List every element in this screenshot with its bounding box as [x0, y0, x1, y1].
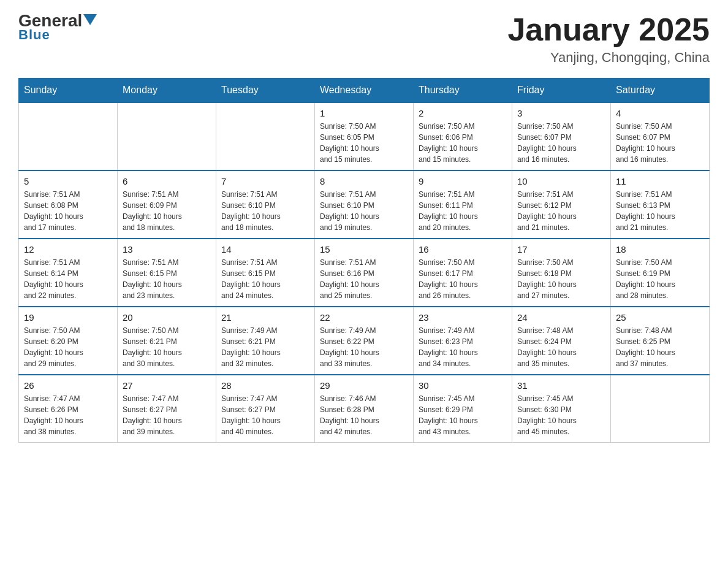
week-row-5: 26Sunrise: 7:47 AMSunset: 6:26 PMDayligh…: [19, 375, 710, 443]
calendar-body: 1Sunrise: 7:50 AMSunset: 6:05 PMDaylight…: [19, 102, 710, 443]
day-info: Sunrise: 7:51 AMSunset: 6:16 PMDaylight:…: [320, 257, 408, 301]
col-monday: Monday: [118, 79, 216, 103]
day-cell: 28Sunrise: 7:47 AMSunset: 6:27 PMDayligh…: [216, 375, 315, 443]
day-cell: 18Sunrise: 7:50 AMSunset: 6:19 PMDayligh…: [611, 239, 710, 307]
day-info: Sunrise: 7:51 AMSunset: 6:15 PMDaylight:…: [221, 257, 309, 301]
day-info: Sunrise: 7:51 AMSunset: 6:08 PMDaylight:…: [24, 189, 112, 233]
day-info: Sunrise: 7:47 AMSunset: 6:27 PMDaylight:…: [221, 393, 309, 437]
day-number: 14: [221, 244, 309, 255]
day-info: Sunrise: 7:50 AMSunset: 6:05 PMDaylight:…: [320, 121, 408, 165]
day-cell: 10Sunrise: 7:51 AMSunset: 6:12 PMDayligh…: [512, 170, 611, 239]
svg-marker-0: [83, 14, 97, 25]
day-number: 27: [123, 380, 211, 391]
calendar-header: Sunday Monday Tuesday Wednesday Thursday…: [19, 79, 710, 103]
day-cell: 14Sunrise: 7:51 AMSunset: 6:15 PMDayligh…: [216, 239, 315, 307]
day-cell: 22Sunrise: 7:49 AMSunset: 6:22 PMDayligh…: [315, 307, 414, 375]
day-number: 15: [320, 244, 408, 255]
day-info: Sunrise: 7:50 AMSunset: 6:06 PMDaylight:…: [419, 121, 507, 165]
day-info: Sunrise: 7:50 AMSunset: 6:19 PMDaylight:…: [616, 257, 704, 301]
day-number: 5: [24, 176, 112, 186]
day-cell: 15Sunrise: 7:51 AMSunset: 6:16 PMDayligh…: [315, 239, 414, 307]
day-number: 24: [517, 312, 605, 323]
title-block: January 2025 Yanjing, Chongqing, China: [507, 12, 710, 66]
day-cell: 27Sunrise: 7:47 AMSunset: 6:27 PMDayligh…: [118, 375, 216, 443]
day-cell: 19Sunrise: 7:50 AMSunset: 6:20 PMDayligh…: [19, 307, 118, 375]
day-info: Sunrise: 7:51 AMSunset: 6:13 PMDaylight:…: [616, 189, 704, 233]
col-sunday: Sunday: [19, 79, 118, 103]
day-cell: 25Sunrise: 7:48 AMSunset: 6:25 PMDayligh…: [611, 307, 710, 375]
day-number: 29: [320, 380, 408, 391]
day-info: Sunrise: 7:46 AMSunset: 6:28 PMDaylight:…: [320, 393, 408, 437]
day-cell: 21Sunrise: 7:49 AMSunset: 6:21 PMDayligh…: [216, 307, 315, 375]
day-number: 16: [419, 244, 507, 255]
col-tuesday: Tuesday: [216, 79, 315, 103]
day-cell: 1Sunrise: 7:50 AMSunset: 6:05 PMDaylight…: [315, 102, 414, 170]
day-info: Sunrise: 7:47 AMSunset: 6:26 PMDaylight:…: [24, 393, 112, 437]
day-info: Sunrise: 7:45 AMSunset: 6:30 PMDaylight:…: [517, 393, 605, 437]
day-info: Sunrise: 7:50 AMSunset: 6:17 PMDaylight:…: [419, 257, 507, 301]
day-info: Sunrise: 7:50 AMSunset: 6:18 PMDaylight:…: [517, 257, 605, 301]
day-cell: 4Sunrise: 7:50 AMSunset: 6:07 PMDaylight…: [611, 102, 710, 170]
day-number: 26: [24, 380, 112, 391]
day-info: Sunrise: 7:51 AMSunset: 6:12 PMDaylight:…: [517, 189, 605, 233]
day-number: 31: [517, 380, 605, 391]
day-number: 30: [419, 380, 507, 391]
col-wednesday: Wednesday: [315, 79, 414, 103]
day-number: 6: [123, 176, 211, 186]
day-cell: 26Sunrise: 7:47 AMSunset: 6:26 PMDayligh…: [19, 375, 118, 443]
day-cell: 24Sunrise: 7:48 AMSunset: 6:24 PMDayligh…: [512, 307, 611, 375]
logo: General Blue: [18, 12, 97, 43]
day-number: 2: [419, 108, 507, 118]
calendar-subtitle: Yanjing, Chongqing, China: [507, 50, 710, 66]
day-info: Sunrise: 7:51 AMSunset: 6:10 PMDaylight:…: [221, 189, 309, 233]
day-cell: 13Sunrise: 7:51 AMSunset: 6:15 PMDayligh…: [118, 239, 216, 307]
day-number: 1: [320, 108, 408, 118]
calendar-table: Sunday Monday Tuesday Wednesday Thursday…: [18, 78, 710, 443]
day-cell: [611, 375, 710, 443]
day-cell: 8Sunrise: 7:51 AMSunset: 6:10 PMDaylight…: [315, 170, 414, 239]
day-info: Sunrise: 7:50 AMSunset: 6:20 PMDaylight:…: [24, 325, 112, 369]
day-cell: 23Sunrise: 7:49 AMSunset: 6:23 PMDayligh…: [414, 307, 512, 375]
col-saturday: Saturday: [611, 79, 710, 103]
page-header: General Blue January 2025 Yanjing, Chong…: [18, 12, 710, 66]
week-row-4: 19Sunrise: 7:50 AMSunset: 6:20 PMDayligh…: [19, 307, 710, 375]
day-cell: 31Sunrise: 7:45 AMSunset: 6:30 PMDayligh…: [512, 375, 611, 443]
day-cell: 30Sunrise: 7:45 AMSunset: 6:29 PMDayligh…: [414, 375, 512, 443]
day-number: 10: [517, 176, 605, 186]
col-friday: Friday: [512, 79, 611, 103]
calendar-title: January 2025: [507, 12, 710, 47]
day-cell: 17Sunrise: 7:50 AMSunset: 6:18 PMDayligh…: [512, 239, 611, 307]
day-number: 7: [221, 176, 309, 186]
day-number: 25: [616, 312, 704, 323]
day-number: 8: [320, 176, 408, 186]
day-info: Sunrise: 7:48 AMSunset: 6:24 PMDaylight:…: [517, 325, 605, 369]
week-row-1: 1Sunrise: 7:50 AMSunset: 6:05 PMDaylight…: [19, 102, 710, 170]
logo-blue: Blue: [18, 27, 50, 43]
logo-triangle-icon: [83, 14, 97, 25]
day-cell: 20Sunrise: 7:50 AMSunset: 6:21 PMDayligh…: [118, 307, 216, 375]
day-info: Sunrise: 7:48 AMSunset: 6:25 PMDaylight:…: [616, 325, 704, 369]
day-cell: 2Sunrise: 7:50 AMSunset: 6:06 PMDaylight…: [414, 102, 512, 170]
day-number: 19: [24, 312, 112, 323]
col-thursday: Thursday: [414, 79, 512, 103]
day-info: Sunrise: 7:51 AMSunset: 6:15 PMDaylight:…: [123, 257, 211, 301]
day-number: 9: [419, 176, 507, 186]
day-info: Sunrise: 7:50 AMSunset: 6:07 PMDaylight:…: [616, 121, 704, 165]
day-number: 11: [616, 176, 704, 186]
day-cell: 16Sunrise: 7:50 AMSunset: 6:17 PMDayligh…: [414, 239, 512, 307]
day-number: 12: [24, 244, 112, 255]
day-number: 3: [517, 108, 605, 118]
day-number: 21: [221, 312, 309, 323]
day-info: Sunrise: 7:50 AMSunset: 6:07 PMDaylight:…: [517, 121, 605, 165]
day-info: Sunrise: 7:50 AMSunset: 6:21 PMDaylight:…: [123, 325, 211, 369]
day-cell: [19, 102, 118, 170]
week-row-2: 5Sunrise: 7:51 AMSunset: 6:08 PMDaylight…: [19, 170, 710, 239]
day-cell: 9Sunrise: 7:51 AMSunset: 6:11 PMDaylight…: [414, 170, 512, 239]
day-number: 28: [221, 380, 309, 391]
day-cell: 5Sunrise: 7:51 AMSunset: 6:08 PMDaylight…: [19, 170, 118, 239]
day-info: Sunrise: 7:49 AMSunset: 6:21 PMDaylight:…: [221, 325, 309, 369]
day-cell: 11Sunrise: 7:51 AMSunset: 6:13 PMDayligh…: [611, 170, 710, 239]
day-number: 20: [123, 312, 211, 323]
day-cell: 3Sunrise: 7:50 AMSunset: 6:07 PMDaylight…: [512, 102, 611, 170]
day-cell: 7Sunrise: 7:51 AMSunset: 6:10 PMDaylight…: [216, 170, 315, 239]
